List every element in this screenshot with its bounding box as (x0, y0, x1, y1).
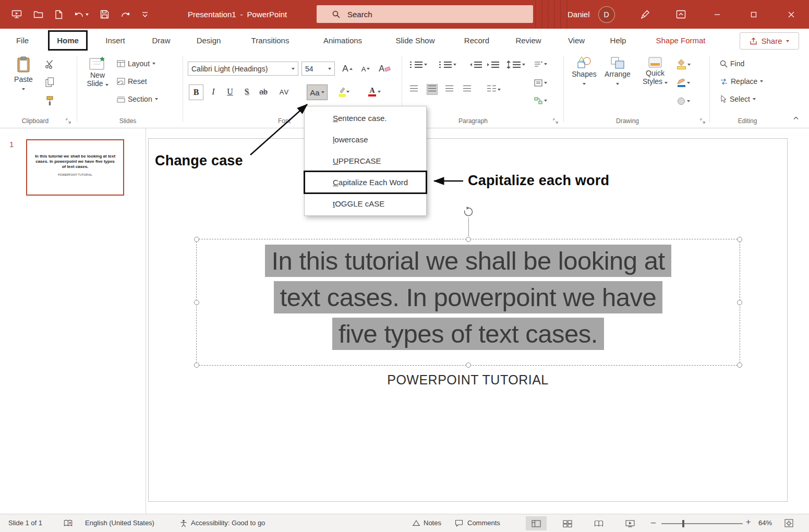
undo-icon[interactable] (74, 10, 89, 19)
zoom-slider-track[interactable] (661, 523, 743, 524)
replace-button[interactable]: Replace (720, 77, 763, 86)
character-spacing-button[interactable]: AV (275, 84, 293, 99)
tab-animations[interactable]: Animations (314, 29, 371, 52)
font-size-combo[interactable]: 54 (301, 62, 335, 76)
bullets-button[interactable] (410, 62, 427, 68)
paste-button[interactable]: Paste (8, 56, 39, 92)
ribbon-display-options-icon[interactable] (676, 10, 686, 19)
save-icon[interactable] (100, 10, 109, 19)
reset-button[interactable]: Reset (117, 77, 147, 86)
menu-item-toggle-case[interactable]: tOGGLE cASE (305, 193, 426, 214)
normal-view-button[interactable] (526, 516, 547, 530)
redo-icon[interactable] (120, 10, 130, 19)
increase-indent-button[interactable] (487, 62, 499, 68)
drawing-dialog-launcher-icon[interactable] (700, 118, 706, 124)
tab-design[interactable]: Design (190, 29, 227, 52)
format-painter-icon[interactable] (45, 96, 54, 106)
numbering-button[interactable] (439, 62, 456, 68)
slide-thumbnail[interactable]: In this tutorial we shall be looking at … (26, 139, 124, 196)
decrease-indent-button[interactable] (469, 62, 482, 68)
menu-item-uppercase[interactable]: UPPERCASE (305, 150, 426, 172)
align-text-button[interactable] (534, 79, 547, 87)
change-case-button[interactable]: Aa (307, 84, 328, 100)
notes-button[interactable]: Notes (424, 519, 441, 527)
start-slideshow-icon[interactable] (11, 10, 22, 19)
comments-button[interactable]: Comments (467, 519, 500, 527)
tab-record[interactable]: Record (459, 29, 494, 52)
clipboard-dialog-launcher-icon[interactable] (66, 118, 71, 124)
shape-outline-button[interactable] (677, 78, 690, 87)
selection-handle[interactable] (737, 300, 742, 305)
font-color-button[interactable]: A (365, 84, 384, 99)
section-button[interactable]: Section (117, 95, 158, 103)
quick-styles-button[interactable]: Quick Styles (639, 56, 671, 86)
slide-sorter-view-button[interactable] (557, 516, 578, 530)
increase-font-size-button[interactable]: A (339, 62, 356, 76)
selection-handle[interactable] (737, 362, 742, 368)
tab-help[interactable]: Help (604, 29, 632, 52)
tab-file[interactable]: File (9, 29, 35, 52)
tab-transitions[interactable]: Transitions (244, 29, 296, 52)
columns-button[interactable] (487, 86, 501, 93)
align-center-button[interactable] (427, 84, 438, 95)
slide-body-text[interactable]: In this tutorial we shall be looking at … (197, 245, 740, 354)
maximize-button[interactable] (741, 0, 767, 29)
selection-handle[interactable] (194, 237, 199, 242)
language-status[interactable]: English (United States) (85, 519, 154, 527)
avatar[interactable]: D (598, 6, 615, 23)
slide[interactable]: In this tutorial we shall be looking at … (148, 138, 788, 502)
tab-shape-format[interactable]: Shape Format (647, 29, 715, 52)
new-document-icon[interactable] (55, 10, 63, 19)
font-family-combo[interactable]: Calibri Light (Headings) (188, 62, 298, 76)
shapes-button[interactable]: Shapes (570, 56, 598, 87)
italic-button[interactable]: I (207, 84, 220, 99)
text-box-selection[interactable]: In this tutorial we shall be looking at … (196, 239, 740, 366)
strikethrough-button[interactable]: ab (257, 84, 270, 99)
shape-effects-button[interactable] (677, 97, 690, 105)
undo-dropdown-chevron-icon[interactable] (86, 14, 89, 16)
menu-item-capitalize-each-word[interactable]: Capitalize Each Word (305, 172, 426, 193)
rotate-handle-icon[interactable] (463, 206, 474, 217)
select-button[interactable]: Select (720, 95, 756, 103)
menu-item-sentence-case[interactable]: Sentence case. (305, 107, 426, 129)
selection-handle[interactable] (466, 237, 471, 242)
align-right-button[interactable] (445, 86, 453, 93)
fit-slide-to-window-icon[interactable] (784, 519, 793, 527)
selection-handle[interactable] (737, 237, 742, 242)
text-shadow-button[interactable]: S (240, 84, 253, 99)
bold-button[interactable]: B (189, 84, 203, 100)
proofing-icon[interactable] (64, 519, 73, 527)
selection-handle[interactable] (194, 300, 199, 305)
convert-to-smartart-button[interactable] (534, 97, 547, 104)
zoom-percentage[interactable]: 64% (758, 519, 772, 527)
find-button[interactable]: Find (720, 59, 744, 68)
paragraph-dialog-launcher-icon[interactable] (553, 118, 559, 124)
zoom-in-button[interactable]: + (746, 517, 751, 527)
zoom-slider-thumb[interactable] (682, 520, 684, 527)
layout-button[interactable]: Layout (117, 59, 155, 68)
tab-draw[interactable]: Draw (145, 29, 177, 52)
highlight-color-button[interactable] (335, 84, 353, 99)
tab-view[interactable]: View (562, 29, 590, 52)
cut-icon[interactable] (45, 59, 54, 69)
tab-review[interactable]: Review (510, 29, 547, 52)
pen-icon[interactable] (641, 10, 650, 19)
close-button[interactable] (778, 0, 804, 29)
search-bar[interactable]: Search (317, 5, 533, 23)
decrease-font-size-button[interactable]: A (358, 62, 373, 76)
justify-button[interactable] (463, 86, 471, 93)
share-button[interactable]: Share (740, 32, 799, 50)
selection-handle[interactable] (194, 362, 199, 368)
line-spacing-button[interactable] (506, 61, 525, 69)
zoom-out-button[interactable]: – (651, 518, 656, 527)
menu-item-lowercase[interactable]: lowercase (305, 129, 426, 150)
open-file-icon[interactable] (33, 10, 43, 18)
text-direction-button[interactable] (534, 61, 547, 68)
user-name[interactable]: Daniel (567, 10, 590, 19)
selection-handle[interactable] (466, 362, 471, 368)
tab-slide-show[interactable]: Slide Show (388, 29, 442, 52)
collapse-ribbon-icon[interactable] (793, 116, 799, 120)
underline-button[interactable]: U (223, 84, 237, 99)
tab-insert[interactable]: Insert (98, 29, 132, 52)
arrange-button[interactable]: Arrange (602, 56, 633, 87)
